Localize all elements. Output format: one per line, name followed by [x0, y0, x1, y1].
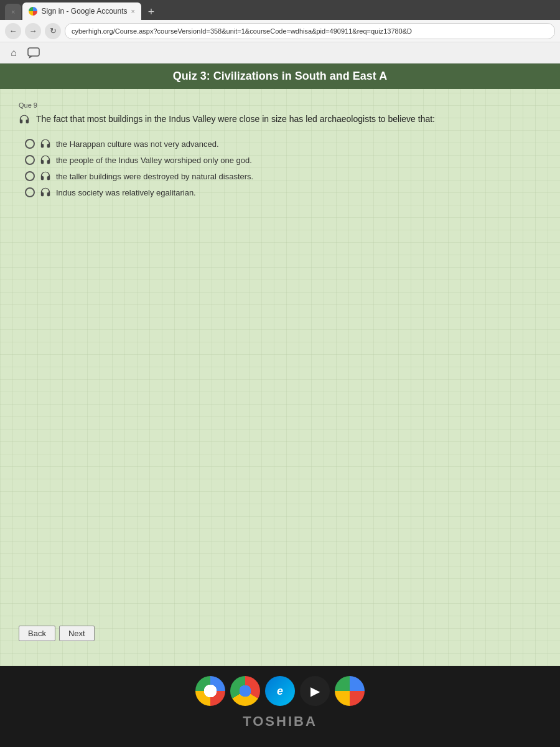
quiz-title: Quiz 3: Civilizations in South and East …: [173, 70, 387, 82]
question-audio-icon[interactable]: [19, 114, 30, 125]
back-nav-button[interactable]: ←: [5, 23, 21, 39]
browser-frame: × Sign in - Google Accounts × + ← → ↻ cy…: [0, 0, 560, 747]
radio-c[interactable]: [25, 171, 35, 181]
radio-d[interactable]: [25, 187, 35, 197]
button-row: Back Next: [19, 619, 541, 654]
tab-inactive[interactable]: ×: [5, 4, 21, 20]
google-icon: [29, 7, 37, 16]
taskbar-icon-google[interactable]: [195, 676, 225, 706]
taskbar: e ▶ TOSHIBA: [0, 666, 560, 747]
answer-text-c: the taller buildings were destroyed by n…: [56, 172, 253, 181]
answer-item-a: the Harappan culture was not very advanc…: [25, 138, 541, 149]
answer-item-c: the taller buildings were destroyed by n…: [25, 171, 541, 182]
radio-a[interactable]: [25, 139, 35, 149]
quiz-title-bar: Quiz 3: Civilizations in South and East …: [0, 63, 560, 89]
address-bar[interactable]: cyberhigh.org/Course.aspx?courseVersionI…: [65, 23, 555, 39]
feedback-button[interactable]: [25, 44, 42, 62]
tab-active-label: Sign in - Google Accounts: [41, 7, 127, 16]
forward-nav-button[interactable]: →: [25, 23, 41, 39]
toshiba-label: TOSHIBA: [243, 713, 317, 730]
address-text: cyberhigh.org/Course.aspx?courseVersionI…: [72, 27, 412, 35]
audio-icon-b[interactable]: [40, 154, 51, 166]
quiz-body: Que 9 The fact that most buildings in th…: [0, 89, 560, 666]
radio-b[interactable]: [25, 155, 35, 165]
answer-text-d: Indus society was relatively egalitarian…: [56, 188, 196, 197]
answer-text-a: the Harappan culture was not very advanc…: [56, 139, 219, 149]
next-button[interactable]: Next: [59, 626, 95, 641]
back-button[interactable]: Back: [19, 626, 55, 641]
refresh-nav-button[interactable]: ↻: [45, 23, 61, 39]
tab-active-close[interactable]: ×: [131, 7, 135, 15]
tab-inactive-close[interactable]: ×: [11, 8, 15, 16]
answer-text-b: the people of the Indus Valley worshiped…: [56, 156, 252, 165]
audio-icon-d[interactable]: [40, 187, 51, 198]
taskbar-icon-app[interactable]: [335, 676, 365, 706]
tab-active[interactable]: Sign in - Google Accounts ×: [22, 2, 141, 20]
question-text: The fact that most buildings in the Indu…: [36, 113, 435, 126]
taskbar-icon-edge[interactable]: e: [265, 676, 295, 706]
taskbar-icon-media[interactable]: ▶: [300, 676, 330, 706]
audio-icon-c[interactable]: [40, 171, 51, 182]
tab-bar: × Sign in - Google Accounts × +: [0, 0, 560, 20]
answer-item-d: Indus society was relatively egalitarian…: [25, 187, 541, 198]
taskbar-icon-chrome[interactable]: [230, 676, 260, 706]
taskbar-icons: e ▶: [195, 666, 365, 711]
svg-rect-0: [28, 48, 39, 56]
page-content: Quiz 3: Civilizations in South and East …: [0, 63, 560, 666]
home-button[interactable]: ⌂: [5, 44, 22, 62]
answer-item-b: the people of the Indus Valley worshiped…: [25, 154, 541, 166]
question-number: Que 9: [19, 101, 541, 109]
nav-bar: ← → ↻ cyberhigh.org/Course.aspx?courseVe…: [0, 20, 560, 42]
toolbar-bar: ⌂: [0, 42, 560, 63]
question-row: The fact that most buildings in the Indu…: [19, 113, 541, 126]
audio-icon-a[interactable]: [40, 138, 51, 149]
answers-list: the Harappan culture was not very advanc…: [25, 138, 541, 198]
new-tab-button[interactable]: +: [142, 4, 160, 20]
speech-bubble-icon: [27, 47, 40, 59]
